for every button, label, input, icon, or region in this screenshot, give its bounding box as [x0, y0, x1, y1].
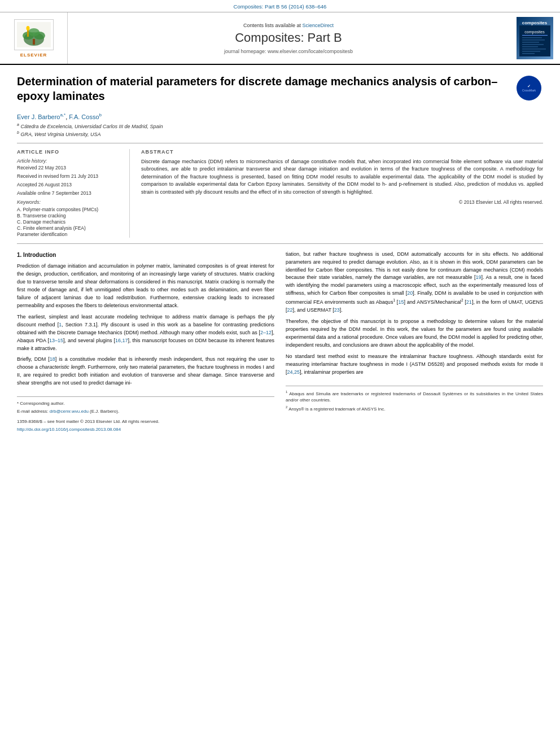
- ref-23[interactable]: 23: [334, 307, 340, 313]
- svg-point-7: [26, 26, 29, 30]
- svg-rect-10: [522, 35, 548, 36]
- article-info-abstract: ARTICLE INFO Article history: Received 2…: [17, 143, 543, 244]
- body-col-right: tiation, but rather fracture toughness i…: [286, 251, 543, 434]
- svg-rect-15: [522, 46, 538, 47]
- footnote-2: 2 Ansys® is a registered trademark of AN…: [286, 405, 543, 412]
- footnotes-right: 1 Abaqus and Simulia are trademarks or r…: [286, 386, 543, 412]
- footnote-1: 1 Abaqus and Simulia are trademarks or r…: [286, 390, 543, 403]
- ref-16-17[interactable]: 16,17: [115, 338, 128, 343]
- crossmark-logo[interactable]: ✓ CrossMark: [515, 74, 543, 102]
- footnotes-area: * Corresponding author. E-mail address: …: [17, 396, 274, 414]
- accepted-date: Accepted 26 August 2013: [17, 182, 123, 187]
- article-info-title: ARTICLE INFO: [17, 149, 123, 155]
- ref-21[interactable]: 21: [466, 299, 472, 305]
- keyword-5: Parameter identification: [17, 231, 123, 237]
- crossmark-circle: ✓ CrossMark: [517, 76, 541, 101]
- received-date: Received 22 May 2013: [17, 165, 123, 171]
- abstract-text: Discrete damage mechanics (DDM) refers t…: [141, 158, 543, 196]
- author-cosso[interactable]: F.A. Cosso: [69, 113, 99, 120]
- ref-1[interactable]: 1: [59, 322, 62, 327]
- elsevier-logo: ELSEVIER: [14, 19, 54, 58]
- article-content: Determination of material parameters for…: [0, 65, 560, 443]
- elsevier-name: ELSEVIER: [20, 53, 47, 58]
- journal-header-left: ELSEVIER: [0, 12, 68, 64]
- ref-24-25[interactable]: 24,25: [287, 369, 300, 375]
- svg-point-4: [28, 28, 40, 36]
- ref-20[interactable]: 20: [407, 290, 413, 296]
- keyword-4: C. Finite element analysis (FEA): [17, 225, 123, 231]
- svg-rect-11: [522, 37, 542, 38]
- svg-rect-13: [522, 42, 539, 43]
- article-info-col: ARTICLE INFO Article history: Received 2…: [17, 149, 130, 238]
- keyword-1: A. Polymer-matrix composites (PMCs): [17, 207, 123, 212]
- available-online-date: Available online 7 September 2013: [17, 190, 123, 196]
- issn-footnote-area: 1359-8368/$ – see front matter © 2013 El…: [17, 418, 274, 433]
- main-body: 1. Introduction Prediction of damage ini…: [17, 251, 543, 434]
- svg-rect-18: [522, 53, 535, 54]
- crossmark-text: ✓: [527, 84, 531, 89]
- svg-rect-17: [522, 51, 540, 52]
- keywords-label: Keywords:: [17, 199, 123, 205]
- svg-rect-14: [522, 44, 544, 45]
- ref-15[interactable]: 15: [398, 299, 404, 305]
- doi-link[interactable]: http://dx.doi.org/10.1016/j.compositesb.…: [17, 426, 274, 433]
- body-para-r2: Therefore, the objective of this manuscr…: [286, 318, 543, 350]
- page: Composites: Part B 56 (2014) 638–646: [0, 0, 560, 747]
- body-para-r3: No standard test method exist to measure…: [286, 353, 543, 377]
- cover-title: composites: [522, 20, 547, 25]
- ref-18[interactable]: 18: [50, 356, 55, 362]
- issn-text: 1359-8368/$ – see front matter © 2013 El…: [17, 418, 274, 425]
- abstract-title: ABSTRACT: [141, 149, 543, 155]
- citation-link[interactable]: Composites: Part B 56 (2014) 638–646: [234, 3, 327, 10]
- email-note: E-mail address: drb@cemr.wvu.edu (E.J. B…: [17, 408, 274, 414]
- body-para-r1: tiation, but rather fracture toughness i…: [286, 251, 543, 315]
- section1-heading: 1. Introduction: [17, 251, 274, 260]
- article-title-section: Determination of material parameters for…: [17, 74, 543, 108]
- affiliations: a Cátedra de Excelencia, Universidad Car…: [17, 123, 543, 137]
- journal-header-right: composites composites: [509, 12, 560, 64]
- author-barbero[interactable]: Ever J. Barbero: [17, 113, 60, 120]
- ref-13-15[interactable]: 13–15: [49, 338, 63, 343]
- svg-rect-12: [522, 40, 545, 41]
- corresponding-author-note: * Corresponding author.: [17, 400, 274, 407]
- sciencedirect-link[interactable]: ScienceDirect: [303, 23, 334, 28]
- affiliation-a: a Cátedra de Excelencia, Universidad Car…: [17, 123, 543, 129]
- keyword-2: B. Transverse cracking: [17, 213, 123, 219]
- abstract-copyright: © 2013 Elsevier Ltd. All rights reserved…: [141, 199, 543, 205]
- ref-2-12[interactable]: 2–12: [260, 330, 272, 335]
- article-title: Determination of material parameters for…: [17, 74, 515, 103]
- svg-rect-5: [33, 39, 35, 45]
- svg-text:composites: composites: [524, 30, 545, 34]
- body-para-2: The earliest, simplest and least accurat…: [17, 313, 274, 353]
- doi-anchor[interactable]: http://dx.doi.org/10.1016/j.compositesb.…: [17, 427, 121, 432]
- received-revised-date: Received in revised form 21 July 2013: [17, 173, 123, 179]
- ref-22[interactable]: 22: [287, 307, 293, 313]
- crossmark-subtext: CrossMark: [522, 89, 536, 92]
- authors: Ever J. Barberoa,*, F.A. Cossob: [17, 112, 543, 120]
- body-para-1: Prediction of damage initiation and accu…: [17, 263, 274, 310]
- keyword-3: C. Damage mechanics: [17, 219, 123, 225]
- history-label: Article history:: [17, 158, 123, 164]
- affiliation-b: b GRA, West Virginia University, USA: [17, 130, 543, 137]
- journal-header-center: Contents lists available at ScienceDirec…: [68, 12, 509, 64]
- journal-url: journal homepage: www.elsevier.com/locat…: [224, 49, 353, 54]
- email-link[interactable]: drb@cemr.wvu.edu: [50, 409, 89, 414]
- svg-rect-16: [522, 49, 546, 50]
- journal-header: ELSEVIER Contents lists available at Sci…: [0, 12, 560, 65]
- ref-19[interactable]: 19: [475, 274, 481, 280]
- contents-line: Contents lists available at ScienceDirec…: [243, 23, 334, 28]
- journal-cover: composites composites: [517, 17, 553, 59]
- abstract-col: ABSTRACT Discrete damage mechanics (DDM)…: [141, 149, 543, 238]
- journal-title-header: Composites: Part B: [235, 30, 342, 45]
- body-para-3: Briefly, DDM [18] is a constitutive mode…: [17, 356, 274, 387]
- top-bar: Composites: Part B 56 (2014) 638–646: [0, 0, 560, 12]
- body-col-left: 1. Introduction Prediction of damage ini…: [17, 251, 274, 434]
- elsevier-logo-box: [14, 19, 54, 50]
